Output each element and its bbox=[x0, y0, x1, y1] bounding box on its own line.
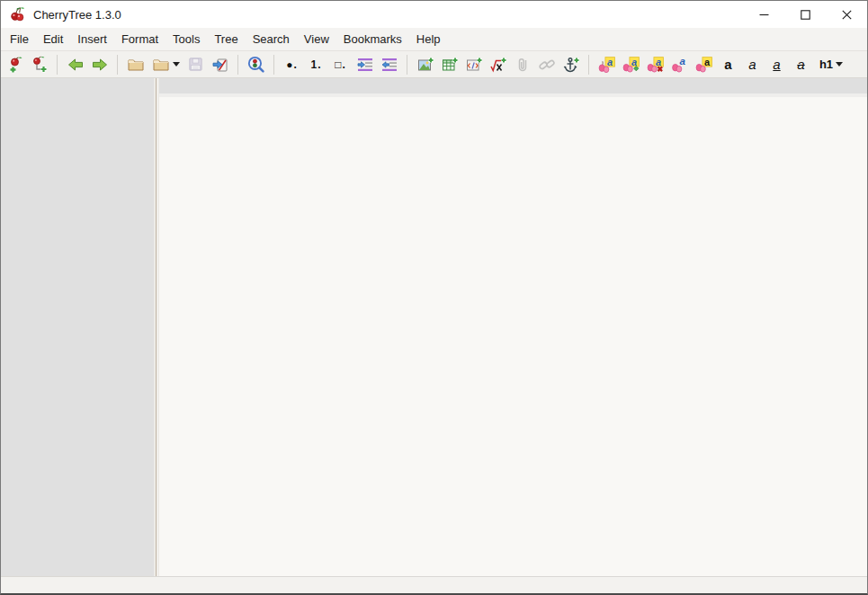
save-icon bbox=[187, 56, 204, 73]
insert-formula-button[interactable] bbox=[486, 53, 510, 76]
svg-text:a: a bbox=[679, 56, 685, 67]
new-node-icon bbox=[6, 56, 24, 74]
window-title: CherryTree 1.3.0 bbox=[33, 8, 121, 22]
apply-latest-format-button[interactable]: a bbox=[595, 53, 619, 76]
heading-icon: h1 bbox=[819, 58, 833, 70]
numbered-list-button[interactable]: 1. bbox=[304, 53, 328, 76]
menu-insert[interactable]: Insert bbox=[70, 28, 114, 50]
bullet-list-icon: ●. bbox=[286, 59, 298, 70]
svg-text:a: a bbox=[607, 57, 613, 67]
remove-format-icon: a bbox=[646, 55, 665, 74]
unindent-icon bbox=[380, 56, 398, 74]
save-as-button[interactable] bbox=[208, 53, 232, 76]
todo-list-button[interactable]: □. bbox=[328, 53, 353, 76]
menu-file[interactable]: File bbox=[3, 28, 36, 50]
node-tree-panel[interactable] bbox=[1, 78, 154, 576]
insert-anchor-button[interactable] bbox=[559, 53, 583, 76]
indent-button[interactable] bbox=[353, 53, 377, 76]
indent-icon bbox=[356, 56, 374, 74]
toolbar-separator bbox=[273, 55, 274, 75]
go-back-icon bbox=[67, 56, 85, 74]
svg-text:a: a bbox=[631, 57, 637, 67]
bullet-list-button[interactable]: ●. bbox=[280, 53, 304, 76]
text-editor-area[interactable] bbox=[159, 97, 867, 576]
insert-image-button[interactable] bbox=[413, 53, 437, 76]
insert-formula-icon bbox=[489, 56, 507, 74]
italic-icon: a bbox=[748, 58, 756, 71]
chevron-down-icon bbox=[173, 62, 180, 67]
statusbar bbox=[1, 576, 867, 593]
menu-format[interactable]: Format bbox=[114, 28, 166, 50]
open-folder-icon bbox=[127, 56, 145, 74]
todo-list-icon: □. bbox=[335, 59, 346, 70]
text-color-button[interactable]: a bbox=[667, 53, 692, 76]
insert-link-button[interactable] bbox=[534, 53, 559, 76]
toolbar: ●. 1. □. bbox=[1, 51, 867, 78]
open-file-button[interactable] bbox=[123, 53, 148, 76]
unindent-button[interactable] bbox=[377, 53, 401, 76]
insert-table-icon bbox=[441, 56, 459, 74]
italic-button[interactable]: a bbox=[740, 53, 765, 76]
text-color-icon: a bbox=[670, 55, 689, 74]
strikethrough-icon: a bbox=[797, 58, 804, 71]
save-as-icon bbox=[211, 56, 229, 74]
insert-image-icon bbox=[416, 56, 434, 74]
titlebar: CherryTree 1.3.0 bbox=[1, 1, 867, 28]
menu-search[interactable]: Search bbox=[246, 28, 297, 50]
go-forward-icon bbox=[91, 56, 109, 74]
toolbar-separator bbox=[407, 55, 407, 75]
svg-text:a: a bbox=[656, 57, 661, 67]
panel-splitter[interactable] bbox=[154, 78, 159, 576]
svg-text:a: a bbox=[704, 57, 711, 67]
toolbar-separator bbox=[57, 55, 58, 75]
toolbar-separator bbox=[588, 55, 589, 75]
attach-file-button[interactable] bbox=[510, 53, 534, 76]
editor-pane bbox=[159, 78, 867, 576]
main-body bbox=[1, 78, 867, 576]
new-subnode-icon bbox=[31, 56, 49, 74]
cherrytree-window: CherryTree 1.3.0 File Edit Insert Format… bbox=[0, 0, 868, 595]
bold-icon: a bbox=[724, 58, 731, 71]
maximize-button[interactable] bbox=[784, 1, 826, 28]
save-button[interactable] bbox=[183, 53, 208, 76]
go-back-button[interactable] bbox=[63, 53, 87, 76]
go-forward-button[interactable] bbox=[87, 53, 112, 76]
chevron-down-icon bbox=[836, 62, 843, 67]
insert-codebox-icon bbox=[465, 56, 483, 74]
paperclip-icon bbox=[514, 56, 532, 74]
toolbar-separator bbox=[117, 55, 118, 75]
menu-view[interactable]: View bbox=[297, 28, 336, 50]
menu-tree[interactable]: Tree bbox=[207, 28, 245, 50]
remove-format-button[interactable]: a bbox=[643, 53, 667, 76]
format-text-icon: a bbox=[622, 55, 640, 74]
highlight-color-button[interactable]: a bbox=[692, 53, 716, 76]
bold-button[interactable]: a bbox=[716, 53, 740, 76]
apply-latest-format-icon: a bbox=[597, 55, 616, 74]
insert-table-button[interactable] bbox=[437, 53, 461, 76]
heading-dropdown-button[interactable]: h1 bbox=[813, 53, 849, 76]
open-recent-dropdown-button[interactable] bbox=[148, 53, 183, 76]
find-node-icon bbox=[246, 55, 265, 74]
window-controls bbox=[743, 1, 867, 28]
insert-codebox-button[interactable] bbox=[461, 53, 486, 76]
format-text-button[interactable]: a bbox=[619, 53, 643, 76]
menu-help[interactable]: Help bbox=[409, 28, 448, 50]
underline-button[interactable]: a bbox=[765, 53, 789, 76]
menu-bookmarks[interactable]: Bookmarks bbox=[336, 28, 409, 50]
highlight-color-icon: a bbox=[694, 55, 713, 74]
new-subnode-button[interactable] bbox=[27, 53, 51, 76]
underline-icon: a bbox=[773, 58, 780, 71]
toolbar-separator bbox=[237, 55, 238, 75]
find-node-button[interactable] bbox=[244, 53, 268, 76]
anchor-icon bbox=[562, 56, 580, 74]
close-button[interactable] bbox=[826, 1, 867, 28]
numbered-list-icon: 1. bbox=[310, 59, 321, 70]
menu-edit[interactable]: Edit bbox=[36, 28, 70, 50]
cherry-app-icon bbox=[8, 5, 26, 23]
minimize-button[interactable] bbox=[743, 1, 784, 28]
new-node-button[interactable] bbox=[3, 53, 27, 76]
editor-header-band bbox=[159, 78, 867, 93]
menu-tools[interactable]: Tools bbox=[166, 28, 207, 50]
menubar: File Edit Insert Format Tools Tree Searc… bbox=[1, 28, 867, 51]
strikethrough-button[interactable]: a bbox=[789, 53, 813, 76]
